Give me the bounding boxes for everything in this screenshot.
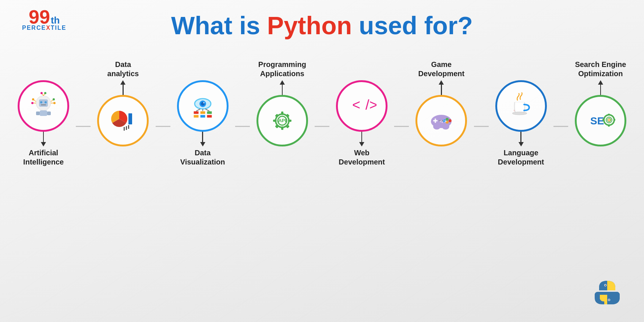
circle-ai [18,80,69,132]
svg-text:/>: /> [365,97,376,113]
svg-rect-34 [200,115,205,118]
svg-point-15 [40,92,43,94]
svg-rect-19 [47,112,51,115]
java-icon [506,91,536,121]
svg-point-13 [53,98,55,100]
svg-rect-35 [207,115,212,118]
svg-text:SE: SE [590,115,604,127]
circle-web: < /> [336,80,388,132]
svg-rect-32 [207,111,212,114]
main-title: What is Python used for? [171,11,473,40]
svg-point-53 [288,120,290,122]
svg-rect-1 [39,99,48,107]
logo-brand: PERCEXTILE [22,25,66,31]
svg-rect-30 [194,111,199,114]
seo-icon: SE ⚙ [586,106,615,135]
title-what: What is [171,11,267,39]
svg-point-14 [53,102,56,104]
svg-point-52 [275,120,277,122]
svg-text:API: API [278,118,286,123]
logo-number: 99 [29,7,50,26]
label-bottom-web: WebDevelopment [339,146,385,176]
connector-4 [315,126,329,127]
logo: 99 th PERCEXTILE [22,7,66,31]
circle-analytics [97,95,149,146]
svg-rect-73 [608,114,610,116]
svg-rect-76 [613,119,615,121]
connector-5 [394,126,409,127]
svg-rect-58 [435,118,436,123]
icon-item-web-dev: < /> WebDevelopment [329,51,394,176]
svg-point-2 [40,101,42,103]
svg-rect-17 [40,110,47,116]
label-top-prog: ProgrammingApplications [258,51,306,80]
svg-point-69 [512,112,527,115]
icon-item-prog-apps: ProgrammingApplications [250,51,315,176]
label-top-game: GameDevelopment [418,51,465,80]
svg-point-80 [605,285,606,286]
svg-point-63 [433,124,440,130]
circle-prog: API [256,95,308,146]
svg-point-11 [32,98,34,100]
svg-point-67 [442,120,444,121]
arrow-down-viz [200,132,205,146]
web-icon: < /> [347,91,376,121]
svg-rect-31 [200,111,205,114]
python-logo [592,278,622,307]
arrow-down-lang [519,132,524,146]
connector-7 [553,126,568,127]
connector-3 [235,126,250,127]
svg-rect-33 [194,115,199,118]
svg-point-50 [281,113,283,115]
svg-rect-4 [41,105,46,105]
svg-line-36 [196,109,200,111]
svg-point-82 [609,300,610,301]
svg-point-29 [203,102,205,103]
arrow-down-ai [41,132,46,146]
svg-rect-23 [126,126,127,130]
icons-section: ArtificialIntelligence Dataanalytics [0,51,644,176]
title-python: Python [267,11,352,39]
svg-rect-21 [128,117,132,124]
svg-rect-46 [286,114,290,117]
svg-rect-45 [275,114,279,117]
arrow-up-prog [280,80,285,95]
icon-item-game-dev: GameDevelopment [409,51,474,176]
svg-rect-24 [124,127,125,131]
viz-icon [188,91,217,121]
circle-lang [495,80,547,132]
svg-rect-22 [128,125,129,129]
arrow-up-seo [598,80,603,95]
svg-point-51 [281,126,283,128]
game-icon: </> [427,106,456,135]
svg-text:⚙: ⚙ [608,118,611,122]
analytics-icon [108,106,138,135]
label-top-seo: Search EngineOptimization [575,51,626,80]
svg-rect-18 [36,112,40,115]
svg-text:<: < [352,97,360,113]
connector-2 [156,126,170,127]
icon-item-data-analytics: Dataanalytics [91,51,155,176]
circle-game: </> [415,95,467,146]
icon-item-data-viz: DataVisualization [170,51,235,176]
ai-icon [29,91,58,121]
icon-item-lang-dev: LanguageDevelopment [489,51,553,176]
arrow-down-web [359,132,364,146]
icon-item-ai: ArtificialIntelligence [11,51,76,176]
circle-seo: SE ⚙ [575,95,626,146]
label-bottom-viz: DataVisualization [180,146,225,176]
circle-viz [177,80,229,132]
python-logo-icon [592,278,622,307]
svg-point-66 [439,120,441,121]
arrow-up-analytics [120,80,125,95]
connector-1 [76,126,91,127]
label-top-analytics: Dataanalytics [107,51,139,80]
svg-point-64 [442,124,449,130]
icon-item-seo: Search EngineOptimization SE [568,51,633,176]
svg-rect-74 [608,125,610,127]
api-icon: API [268,106,297,135]
connector-6 [474,126,489,127]
svg-point-12 [31,102,33,104]
label-bottom-lang: LanguageDevelopment [498,146,544,176]
svg-point-3 [45,101,47,103]
